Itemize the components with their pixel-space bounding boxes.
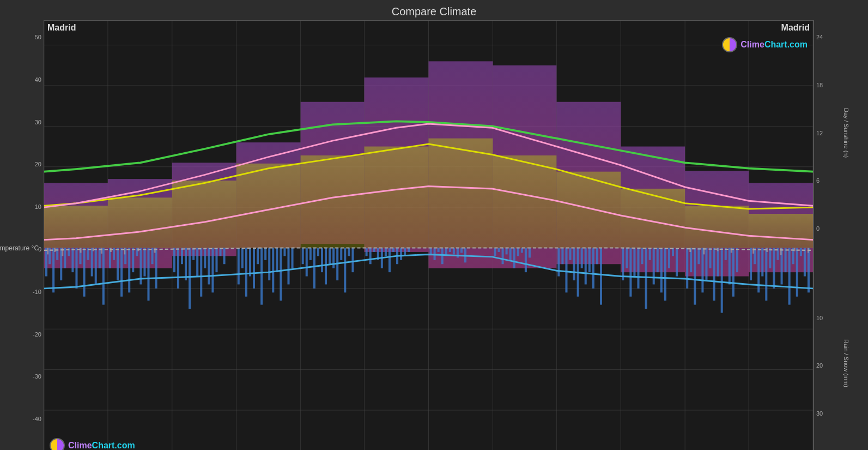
logo-bottom-left: ClimeChart.com: [50, 438, 135, 450]
svg-rect-218: [154, 248, 156, 253]
svg-rect-62: [99, 248, 101, 268]
logo-text-bottom: ClimeChart.com: [68, 441, 135, 450]
svg-rect-94: [249, 248, 251, 277]
svg-rect-58: [83, 248, 86, 297]
svg-rect-92: [241, 248, 244, 268]
svg-rect-109: [313, 248, 315, 289]
svg-rect-90: [223, 248, 226, 265]
svg-rect-55: [71, 248, 74, 273]
svg-rect-98: [264, 248, 266, 260]
svg-rect-156: [573, 248, 575, 281]
svg-rect-163: [600, 248, 602, 305]
svg-rect-73: [143, 248, 145, 277]
svg-rect-114: [332, 248, 335, 268]
svg-rect-119: [351, 248, 354, 273]
svg-rect-222: [731, 248, 732, 253]
svg-rect-190: [729, 248, 731, 285]
svg-rect-104: [287, 248, 289, 285]
svg-rect-86: [208, 248, 210, 285]
svg-rect-129: [400, 248, 402, 260]
svg-rect-150: [525, 248, 527, 273]
svg-rect-88: [215, 248, 217, 273]
svg-rect-44: [556, 172, 621, 248]
svg-rect-69: [128, 248, 130, 293]
svg-rect-207: [804, 248, 806, 277]
svg-rect-183: [701, 248, 703, 293]
svg-rect-146: [509, 248, 512, 260]
svg-rect-193: [750, 248, 752, 281]
svg-rect-79: [181, 248, 183, 265]
svg-rect-76: [155, 248, 157, 289]
y-tick-left-50: 50: [35, 34, 41, 40]
svg-rect-144: [502, 248, 504, 265]
svg-rect-84: [200, 248, 202, 297]
svg-rect-61: [95, 248, 97, 285]
svg-rect-106: [302, 248, 304, 265]
svg-rect-196: [761, 248, 763, 277]
y-axis-left-label: Temperature °C: [0, 244, 39, 252]
y-tick-right-24: 24: [816, 34, 823, 40]
svg-rect-99: [268, 248, 270, 281]
y-tick-left-40: 40: [35, 76, 41, 83]
svg-rect-43: [493, 155, 556, 248]
svg-rect-158: [581, 248, 583, 268]
svg-rect-147: [513, 248, 515, 268]
svg-rect-209: [47, 248, 48, 255]
svg-rect-153: [561, 248, 563, 265]
svg-rect-216: [124, 248, 125, 255]
svg-rect-192: [736, 248, 738, 273]
svg-rect-107: [306, 248, 308, 277]
svg-rect-143: [497, 248, 500, 252]
svg-rect-96: [257, 248, 259, 265]
svg-rect-95: [253, 248, 255, 289]
chart-wrapper: Temperature °C 50 40 30 20 10 0 -10 -20 …: [11, 20, 857, 450]
svg-rect-102: [280, 248, 282, 301]
svg-rect-37: [108, 197, 172, 248]
svg-rect-161: [592, 248, 594, 289]
svg-rect-112: [325, 248, 327, 285]
svg-rect-164: [622, 248, 624, 281]
y-axis-right-sunshine-label: Day / Sunshine (h): [843, 20, 849, 245]
svg-rect-159: [585, 248, 587, 285]
svg-rect-166: [629, 248, 632, 297]
svg-rect-205: [796, 248, 798, 297]
svg-rect-155: [569, 248, 572, 260]
chart-area: Madrid Madrid ClimeChart.com ClimeChart.…: [44, 20, 814, 450]
svg-rect-185: [709, 248, 712, 268]
y-tick-left-30: 30: [35, 119, 41, 125]
svg-rect-85: [204, 248, 206, 268]
svg-rect-173: [657, 248, 659, 273]
svg-rect-78: [177, 248, 179, 289]
y-tick-left-20: 20: [35, 161, 41, 167]
svg-rect-66: [117, 248, 119, 281]
svg-rect-178: [676, 248, 678, 277]
y-axis-right-rain-label: Rain / Snow (mm): [843, 251, 849, 451]
svg-rect-135: [441, 248, 444, 265]
svg-rect-75: [151, 248, 154, 265]
svg-rect-47: [749, 214, 813, 248]
svg-rect-103: [283, 248, 286, 256]
svg-rect-169: [641, 248, 644, 265]
svg-rect-214: [101, 248, 102, 254]
svg-rect-42: [429, 139, 493, 248]
svg-rect-70: [132, 248, 134, 273]
y-tick-right-rain-10: 10: [816, 315, 823, 321]
svg-rect-175: [664, 248, 666, 301]
svg-rect-105: [292, 248, 294, 268]
svg-rect-132: [430, 248, 432, 255]
logo-top-right: ClimeChart.com: [722, 37, 808, 52]
svg-rect-46: [685, 206, 749, 248]
svg-rect-91: [238, 248, 240, 285]
page-title: Compare Climate: [11, 5, 857, 18]
svg-rect-50: [52, 248, 54, 293]
svg-rect-111: [321, 248, 323, 273]
svg-rect-87: [211, 248, 214, 293]
svg-rect-186: [713, 248, 715, 301]
y-tick-right-rain-30: 30: [816, 410, 823, 417]
svg-rect-160: [588, 248, 591, 273]
svg-rect-223: [752, 248, 754, 254]
svg-rect-101: [276, 248, 278, 273]
svg-rect-206: [800, 248, 802, 256]
svg-rect-117: [344, 248, 346, 293]
page-container: Compare Climate Temperature °C 50 40 30 …: [0, 0, 868, 450]
